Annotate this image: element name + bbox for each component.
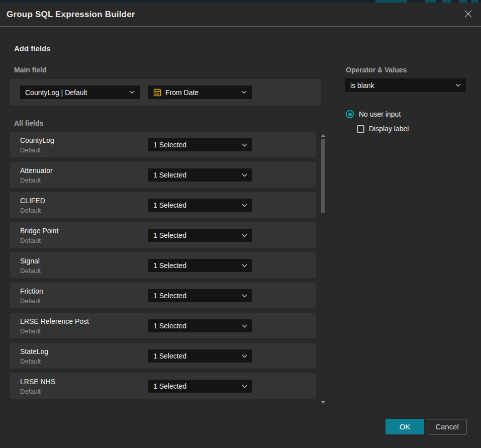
- field-row: CLIFED Default 1 Selected: [10, 192, 316, 218]
- field-row: Signal Default 1 Selected: [10, 252, 316, 278]
- scrollbar-thumb[interactable]: [321, 139, 325, 213]
- field-name: LRSE Reference Post: [20, 317, 89, 325]
- field-name: Bridge Point: [20, 227, 58, 235]
- calendar-icon: [153, 88, 161, 97]
- main-field-layer-select[interactable]: CountyLog | Default: [20, 85, 140, 99]
- chevron-down-icon: [242, 173, 247, 177]
- ok-button[interactable]: OK: [386, 419, 424, 434]
- field-sublabel: Default: [20, 267, 41, 275]
- main-field-field-select[interactable]: From Date: [148, 85, 252, 99]
- field-sublabel: Default: [20, 297, 41, 305]
- chevron-down-icon: [242, 204, 247, 207]
- operator-values-label: Operator & Values: [346, 66, 407, 74]
- field-row: Friction Default 1 Selected: [10, 283, 316, 308]
- radio-selected-icon: [346, 110, 354, 118]
- field-name: Attenuator: [20, 166, 53, 174]
- field-name: CountyLog: [20, 136, 54, 144]
- field-sublabel: Default: [20, 237, 41, 244]
- group-sql-expression-builder-dialog: Group SQL Expression Builder Add fields …: [0, 3, 481, 448]
- chevron-down-icon: [242, 264, 247, 267]
- field-selection-select[interactable]: 1 Selected: [148, 319, 252, 332]
- field-selection-value: 1 Selected: [153, 231, 186, 239]
- field-selection-select[interactable]: 1 Selected: [148, 289, 252, 302]
- chevron-down-icon: [242, 234, 247, 237]
- field-selection-select[interactable]: 1 Selected: [148, 168, 252, 182]
- field-sublabel: Default: [20, 388, 41, 395]
- chevron-down-icon: [242, 143, 247, 147]
- main-field-label: Main field: [14, 66, 47, 74]
- scroll-down-arrow-icon[interactable]: [321, 401, 325, 404]
- chevron-down-icon: [242, 294, 247, 298]
- field-sublabel: Default: [20, 357, 41, 365]
- cancel-button[interactable]: Cancel: [428, 419, 466, 434]
- field-selection-select[interactable]: 1 Selected: [148, 229, 252, 242]
- field-name: LRSE NHS: [20, 378, 55, 386]
- field-name: Friction: [20, 287, 43, 295]
- chevron-down-icon: [455, 83, 461, 87]
- field-row: Bridge Point Default 1 Selected: [10, 222, 316, 248]
- dialog-titlebar: Group SQL Expression Builder: [0, 3, 481, 27]
- field-selection-value: 1 Selected: [153, 201, 186, 209]
- close-icon: [464, 10, 472, 20]
- field-selection-value: 1 Selected: [153, 261, 186, 270]
- chevron-down-icon: [129, 91, 135, 94]
- field-selection-select[interactable]: 1 Selected: [148, 138, 252, 151]
- dialog-title: Group SQL Expression Builder: [7, 10, 135, 20]
- operator-select[interactable]: is blank: [345, 78, 466, 92]
- chevron-down-icon: [241, 91, 247, 94]
- chevron-down-icon: [242, 354, 247, 358]
- field-sublabel: Default: [20, 327, 41, 335]
- field-name: StateLog: [20, 347, 48, 355]
- chevron-down-icon: [242, 385, 247, 388]
- display-label-checkbox[interactable]: Display label: [357, 125, 409, 133]
- field-row: Attenuator Default 1 Selected: [10, 162, 316, 188]
- field-selection-value: 1 Selected: [153, 322, 186, 330]
- chevron-down-icon: [242, 324, 247, 328]
- no-user-input-radio[interactable]: No user input: [346, 110, 401, 118]
- add-fields-heading: Add fields: [14, 44, 51, 53]
- field-select-value: From Date: [165, 88, 199, 97]
- field-row: LRSE Reference Post Default 1 Selected: [10, 313, 316, 338]
- field-selection-value: 1 Selected: [153, 382, 186, 390]
- field-selection-select[interactable]: 1 Selected: [148, 259, 252, 272]
- list-bottom-border: [11, 401, 316, 401]
- field-sublabel: Default: [20, 176, 41, 184]
- field-selection-value: 1 Selected: [153, 171, 186, 179]
- scroll-up-arrow-icon[interactable]: [321, 134, 325, 137]
- all-fields-label: All fields: [14, 119, 43, 127]
- field-row: CountyLog Default 1 Selected: [10, 132, 316, 157]
- close-button[interactable]: [461, 8, 475, 22]
- operator-select-value: is blank: [350, 81, 374, 89]
- field-selection-select[interactable]: 1 Selected: [148, 199, 252, 212]
- field-name: Signal: [20, 257, 40, 265]
- field-selection-select[interactable]: 1 Selected: [148, 349, 252, 363]
- field-selection-select[interactable]: 1 Selected: [148, 380, 252, 393]
- field-selection-value: 1 Selected: [153, 292, 186, 300]
- layer-select-value: CountyLog | Default: [25, 88, 87, 97]
- checkbox-unchecked-icon: [357, 125, 364, 133]
- field-name: CLIFED: [20, 197, 45, 205]
- field-row: LRSE NHS Default 1 Selected: [10, 373, 316, 399]
- field-row: StateLog Default 1 Selected: [10, 343, 316, 369]
- no-user-input-label: No user input: [359, 110, 401, 118]
- field-sublabel: Default: [20, 146, 41, 154]
- field-selection-value: 1 Selected: [153, 352, 186, 360]
- field-sublabel: Default: [20, 207, 41, 214]
- main-field-panel: CountyLog | Default From Date: [10, 79, 321, 106]
- display-label-text: Display label: [369, 125, 409, 133]
- panel-divider: [334, 63, 334, 403]
- fields-list-scrollbar[interactable]: [320, 132, 327, 404]
- field-selection-value: 1 Selected: [153, 141, 186, 149]
- all-fields-list: CountyLog Default 1 Selected Attenuator …: [10, 132, 316, 403]
